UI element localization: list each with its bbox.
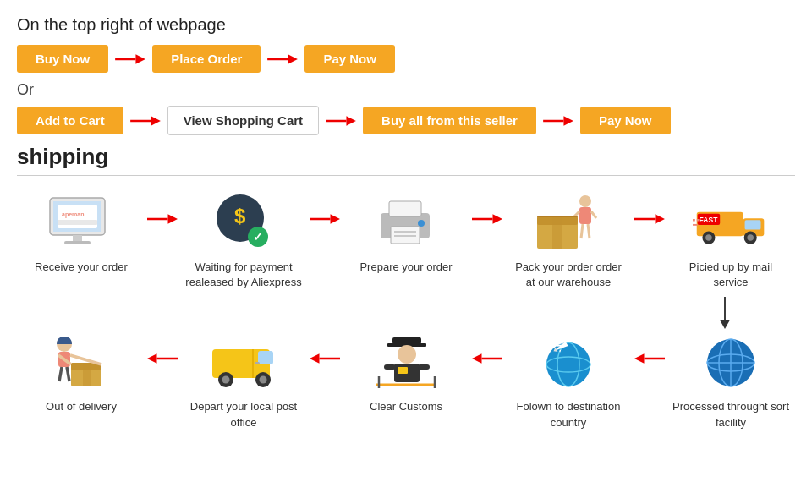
flow-arrow-left-2 bbox=[472, 331, 502, 368]
svg-text:FAST: FAST bbox=[700, 216, 719, 224]
svg-point-65 bbox=[546, 342, 590, 386]
buy-now-button[interactable]: Buy Now bbox=[17, 45, 108, 73]
svg-marker-44 bbox=[655, 214, 665, 224]
pay-now-button-2[interactable]: Pay Now bbox=[580, 107, 671, 134]
svg-rect-27 bbox=[391, 227, 420, 244]
arrow-right-icon-3 bbox=[130, 112, 161, 129]
svg-marker-32 bbox=[492, 214, 502, 224]
van-icon bbox=[206, 331, 282, 394]
svg-rect-74 bbox=[392, 337, 421, 344]
svg-point-51 bbox=[747, 234, 754, 241]
svg-point-33 bbox=[579, 195, 591, 207]
svg-point-76 bbox=[398, 345, 416, 364]
svg-point-93 bbox=[260, 375, 267, 383]
svg-text:$: $ bbox=[234, 205, 246, 227]
globe2-icon bbox=[693, 331, 769, 394]
flow-label-depart: Depart your local post office bbox=[184, 399, 303, 430]
flow-section: apeman Receive your order bbox=[17, 191, 795, 430]
svg-point-49 bbox=[705, 234, 712, 241]
svg-marker-18 bbox=[167, 214, 178, 224]
svg-marker-3 bbox=[288, 54, 298, 63]
svg-point-91 bbox=[222, 375, 230, 383]
printer-icon bbox=[368, 191, 444, 255]
flow-arrow-left-3 bbox=[310, 331, 340, 368]
flow-item-prepare: Prepare your order bbox=[342, 191, 470, 275]
monitor-icon: apeman bbox=[43, 191, 119, 255]
svg-line-38 bbox=[588, 224, 590, 238]
svg-rect-80 bbox=[418, 364, 430, 370]
svg-line-104 bbox=[67, 367, 69, 381]
flow-item-pickup: FAST Picied up by mail service bbox=[667, 191, 795, 290]
svg-marker-95 bbox=[147, 354, 157, 364]
flow-label-pack: Pack your order order at our warehouse bbox=[509, 260, 628, 290]
svg-rect-98 bbox=[83, 363, 91, 386]
svg-marker-5 bbox=[151, 116, 160, 125]
flow-label-receive: Receive your order bbox=[35, 260, 128, 275]
buy-all-from-seller-button[interactable]: Buy all from this seller bbox=[363, 107, 536, 134]
svg-point-30 bbox=[418, 220, 425, 227]
flow-arrow-left-4 bbox=[147, 331, 178, 368]
shipping-title: shipping bbox=[17, 144, 795, 176]
top-title: On the top right of webpage bbox=[17, 15, 795, 35]
svg-marker-24 bbox=[330, 214, 340, 224]
svg-marker-73 bbox=[472, 354, 482, 364]
place-order-button[interactable]: Place Order bbox=[152, 45, 261, 73]
flow-item-follow: Folown to destination country bbox=[504, 331, 633, 430]
svg-rect-79 bbox=[384, 364, 396, 370]
flow-label-customs: Clear Customs bbox=[370, 399, 442, 414]
flow-item-delivery: Out of delivery bbox=[17, 331, 145, 414]
svg-rect-26 bbox=[389, 201, 421, 216]
svg-marker-9 bbox=[563, 116, 573, 125]
fast-truck-icon: FAST bbox=[693, 191, 769, 255]
globe-plane-icon bbox=[530, 331, 606, 394]
svg-marker-7 bbox=[347, 116, 356, 125]
add-to-cart-button[interactable]: Add to Cart bbox=[17, 107, 123, 134]
flow-item-processed: Processed throught sort facility bbox=[667, 331, 795, 430]
down-arrow bbox=[17, 297, 795, 329]
flow-item-payment: $ ✓ Waiting for payment realeased by Ali… bbox=[179, 191, 308, 290]
svg-line-36 bbox=[591, 211, 596, 218]
flow-label-payment: Waiting for payment realeased by Aliexpr… bbox=[184, 260, 303, 290]
flow-label-pickup: Picied up by mail service bbox=[672, 260, 790, 290]
svg-rect-41 bbox=[552, 216, 562, 249]
flow-arrow-4 bbox=[634, 191, 665, 228]
flow-arrow-left-1 bbox=[634, 331, 665, 368]
flow-label-processed: Processed throught sort facility bbox=[672, 399, 790, 430]
arrow-right-icon-1 bbox=[115, 51, 145, 68]
arrow-right-icon-2 bbox=[267, 51, 298, 68]
view-shopping-cart-button[interactable]: View Shopping Cart bbox=[167, 106, 319, 135]
svg-marker-64 bbox=[634, 354, 645, 364]
page-container: On the top right of webpage Buy Now Plac… bbox=[0, 0, 812, 439]
order-row-1: Buy Now Place Order Pay Now bbox=[17, 45, 795, 73]
svg-line-37 bbox=[581, 224, 583, 238]
payment-icon: $ ✓ bbox=[206, 191, 282, 255]
flow-item-depart: Depart your local post office bbox=[179, 331, 308, 430]
svg-marker-57 bbox=[720, 320, 730, 330]
arrow-right-icon-4 bbox=[326, 112, 356, 129]
delivery-person-icon bbox=[43, 331, 119, 394]
svg-rect-34 bbox=[579, 207, 591, 224]
arrow-right-icon-5 bbox=[543, 112, 573, 129]
or-label: Or bbox=[17, 81, 795, 99]
svg-line-103 bbox=[59, 367, 62, 381]
svg-rect-15 bbox=[73, 235, 82, 242]
flow-item-pack: Pack your order order at our warehouse bbox=[504, 191, 633, 290]
customs-icon bbox=[368, 331, 444, 394]
order-row-2: Add to Cart View Shopping Cart Buy all f… bbox=[17, 106, 795, 135]
svg-rect-89 bbox=[255, 362, 260, 364]
svg-rect-87 bbox=[258, 351, 273, 364]
flow-arrow-3 bbox=[472, 191, 502, 228]
flow-label-prepare: Prepare your order bbox=[359, 260, 452, 275]
flow-item-receive: apeman Receive your order bbox=[17, 191, 145, 275]
svg-text:✓: ✓ bbox=[253, 230, 263, 244]
svg-marker-1 bbox=[136, 54, 145, 63]
svg-text:apeman: apeman bbox=[62, 211, 84, 218]
pay-now-button-1[interactable]: Pay Now bbox=[304, 45, 395, 73]
svg-rect-47 bbox=[745, 220, 761, 229]
flow-label-follow: Folown to destination country bbox=[509, 399, 628, 430]
svg-marker-85 bbox=[310, 354, 320, 364]
svg-rect-14 bbox=[58, 220, 97, 225]
flow-arrow-1 bbox=[147, 191, 178, 228]
box-icon bbox=[530, 191, 606, 255]
svg-rect-78 bbox=[398, 367, 408, 374]
